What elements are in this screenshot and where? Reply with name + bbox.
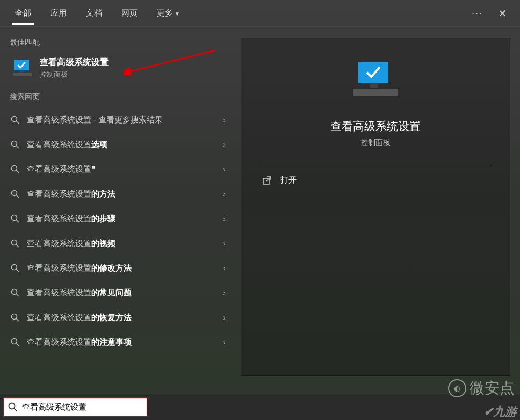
tab-more[interactable]: 更多▼ <box>147 2 190 25</box>
watermark-2: ✔九游 <box>483 404 517 420</box>
search-icon <box>11 214 19 223</box>
preview-title: 查看高级系统设置 <box>330 119 421 134</box>
web-results-list: 查看高级系统设置 - 查看更多搜索结果›查看高级系统设置选项›查看高级系统设置"… <box>8 107 231 354</box>
chevron-right-icon: › <box>223 190 226 198</box>
search-icon <box>11 165 19 173</box>
chevron-right-icon: › <box>223 338 226 346</box>
best-match-title: 查看高级系统设置 <box>40 57 109 68</box>
tab-all[interactable]: 全部 <box>5 2 41 25</box>
best-match-item[interactable]: 查看高级系统设置 控制面板 <box>8 53 231 84</box>
close-button[interactable]: ✕ <box>490 7 515 20</box>
web-result-item[interactable]: 查看高级系统设置的注意事项› <box>8 330 231 354</box>
web-result-item[interactable]: 查看高级系统设置的步骤› <box>8 206 231 231</box>
svg-line-16 <box>16 269 19 272</box>
svg-rect-25 <box>353 89 398 96</box>
search-icon <box>11 313 19 322</box>
open-label: 打开 <box>280 175 297 185</box>
web-result-text: 查看高级系统设置的恢复方法 <box>27 313 223 323</box>
web-result-item[interactable]: 查看高级系统设置的视频› <box>8 231 231 256</box>
web-result-text: 查看高级系统设置的常见问题 <box>27 288 223 298</box>
svg-rect-1 <box>19 70 24 73</box>
web-result-item[interactable]: 查看高级系统设置的常见问题› <box>8 280 231 305</box>
search-icon <box>11 115 19 124</box>
chevron-right-icon: › <box>223 264 226 272</box>
web-result-item[interactable]: 查看高级系统设置的修改方法› <box>8 256 231 280</box>
search-icon <box>11 239 19 248</box>
search-icon <box>11 338 19 346</box>
open-icon <box>262 176 272 185</box>
web-result-text: 查看高级系统设置的视频 <box>27 238 223 249</box>
svg-line-22 <box>16 343 19 346</box>
web-result-text: 查看高级系统设置" <box>27 164 223 175</box>
chevron-right-icon: › <box>223 288 226 297</box>
chevron-right-icon: › <box>223 165 226 173</box>
search-icon <box>8 402 18 412</box>
tab-docs[interactable]: 文档 <box>76 2 112 25</box>
svg-line-12 <box>16 220 19 222</box>
web-result-text: 查看高级系统设置的方法 <box>27 189 223 199</box>
web-result-text: 查看高级系统设置的步骤 <box>27 214 223 224</box>
svg-rect-2 <box>13 73 32 76</box>
svg-line-20 <box>16 318 19 321</box>
watermark-2-text: 九游 <box>493 405 517 418</box>
web-result-text: 查看高级系统设置选项 <box>27 140 223 150</box>
web-result-item[interactable]: 查看高级系统设置选项› <box>8 132 231 157</box>
caret-down-icon: ▼ <box>175 11 180 17</box>
search-input[interactable] <box>22 403 142 412</box>
results-column: 最佳匹配 查看高级系统设置 控制面板 搜索网页 查看高级系统设置 - 查看更多搜… <box>0 27 231 394</box>
web-result-item[interactable]: 查看高级系统设置"› <box>8 157 231 182</box>
preview-card: 查看高级系统设置 控制面板 打开 <box>241 38 510 376</box>
web-result-item[interactable]: 查看高级系统设置 - 查看更多搜索结果› <box>8 107 231 132</box>
best-match-header: 最佳匹配 <box>10 38 231 47</box>
svg-line-4 <box>16 121 19 124</box>
svg-point-28 <box>9 403 15 409</box>
best-match-subtitle: 控制面板 <box>40 70 109 79</box>
chevron-right-icon: › <box>223 313 226 322</box>
chevron-right-icon: › <box>223 214 226 223</box>
svg-rect-23 <box>358 62 388 83</box>
more-options-button[interactable]: ··· <box>464 8 490 19</box>
svg-line-10 <box>16 195 19 198</box>
svg-line-29 <box>14 408 17 411</box>
tab-more-label: 更多 <box>157 8 173 17</box>
svg-line-6 <box>16 146 19 148</box>
chevron-right-icon: › <box>223 115 226 124</box>
tab-apps[interactable]: 应用 <box>41 2 76 25</box>
web-result-text: 查看高级系统设置 - 查看更多搜索结果 <box>27 115 223 125</box>
open-action[interactable]: 打开 <box>260 165 491 195</box>
web-result-item[interactable]: 查看高级系统设置的方法› <box>8 182 231 206</box>
search-icon <box>11 288 19 297</box>
monitor-check-icon <box>12 59 33 78</box>
tab-web[interactable]: 网页 <box>112 2 147 25</box>
preview-column: 查看高级系统设置 控制面板 打开 <box>231 27 520 394</box>
web-result-text: 查看高级系统设置的修改方法 <box>27 263 223 273</box>
chevron-right-icon: › <box>223 140 226 149</box>
web-search-header: 搜索网页 <box>10 92 231 102</box>
monitor-check-icon <box>349 60 402 108</box>
preview-subtitle: 控制面板 <box>360 138 391 148</box>
chevron-right-icon: › <box>223 239 226 248</box>
scope-tabs: 全部 应用 文档 网页 更多▼ ··· ✕ <box>0 0 520 27</box>
svg-line-8 <box>16 170 19 173</box>
svg-line-18 <box>16 294 19 296</box>
search-icon <box>11 190 19 198</box>
search-bar[interactable] <box>3 397 147 417</box>
svg-line-14 <box>16 244 19 247</box>
web-result-item[interactable]: 查看高级系统设置的恢复方法› <box>8 305 231 330</box>
svg-rect-24 <box>370 83 378 88</box>
search-panel: 全部 应用 文档 网页 更多▼ ··· ✕ 最佳匹配 查看高级系统设置 控制面板 <box>0 0 520 394</box>
search-icon <box>11 140 19 149</box>
svg-rect-0 <box>14 60 29 70</box>
search-icon <box>11 264 19 272</box>
web-result-text: 查看高级系统设置的注意事项 <box>27 337 223 347</box>
